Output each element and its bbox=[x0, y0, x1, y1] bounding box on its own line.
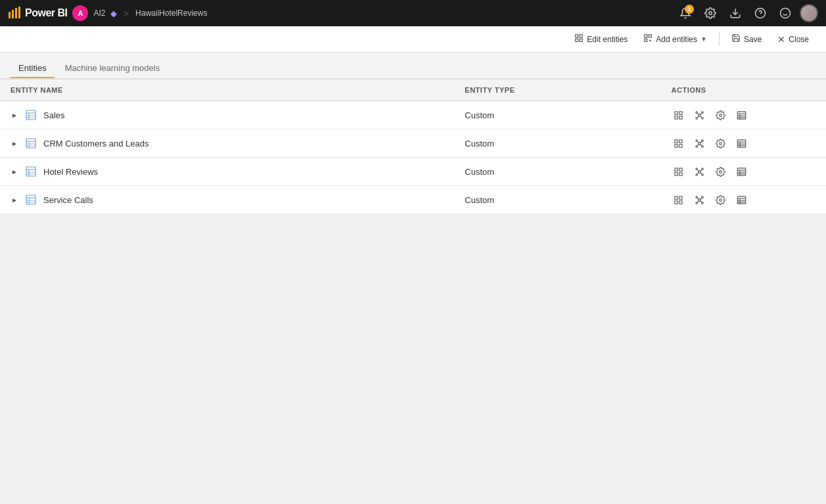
settings-button[interactable] bbox=[700, 3, 721, 24]
col-entity-type-header: ENTITY TYPE bbox=[454, 80, 660, 101]
user-avatar[interactable] bbox=[800, 4, 818, 22]
edit-entities-label: Edit entities bbox=[587, 35, 628, 44]
action-settings-icon[interactable] bbox=[714, 164, 728, 179]
svg-line-60 bbox=[697, 144, 699, 145]
entity-name: Service Calls bbox=[43, 195, 93, 205]
edit-entities-icon bbox=[574, 34, 584, 45]
svg-point-33 bbox=[702, 117, 704, 119]
save-button[interactable]: Save bbox=[725, 31, 768, 47]
svg-rect-100 bbox=[679, 200, 682, 203]
svg-point-57 bbox=[702, 145, 704, 147]
svg-line-83 bbox=[700, 170, 702, 171]
entity-type-cell-3: Custom bbox=[454, 186, 660, 214]
help-icon bbox=[754, 7, 766, 19]
svg-rect-39 bbox=[737, 111, 746, 118]
svg-point-102 bbox=[696, 196, 698, 198]
add-entities-icon bbox=[643, 34, 653, 45]
action-settings-icon[interactable] bbox=[714, 136, 728, 150]
close-label: Close bbox=[789, 35, 809, 44]
svg-rect-28 bbox=[679, 116, 682, 118]
diamond-icon: ◆ bbox=[110, 9, 117, 18]
emoji-button[interactable] bbox=[775, 3, 796, 24]
expand-arrow[interactable]: ► bbox=[11, 196, 18, 204]
svg-line-109 bbox=[700, 200, 702, 202]
action-edit-icon[interactable] bbox=[672, 108, 686, 122]
svg-rect-15 bbox=[645, 35, 647, 37]
svg-line-84 bbox=[697, 172, 699, 173]
action-settings-icon[interactable] bbox=[714, 108, 728, 122]
action-ml-icon[interactable] bbox=[693, 193, 707, 207]
svg-rect-99 bbox=[675, 200, 677, 203]
action-edit-icon[interactable] bbox=[672, 164, 686, 179]
col-entity-name-header: ENTITY NAME bbox=[0, 80, 454, 101]
svg-line-59 bbox=[700, 141, 702, 143]
svg-point-110 bbox=[720, 198, 722, 201]
svg-line-34 bbox=[697, 113, 699, 114]
entity-name: Sales bbox=[43, 110, 65, 120]
tab-ml-models[interactable]: Machine learning models bbox=[57, 58, 168, 78]
close-button[interactable]: ✕ Close bbox=[771, 32, 815, 47]
svg-rect-11 bbox=[576, 35, 578, 37]
svg-line-35 bbox=[700, 113, 702, 114]
gear-icon bbox=[704, 7, 716, 19]
action-settings-icon[interactable] bbox=[714, 193, 728, 207]
notification-button[interactable]: 1 bbox=[675, 3, 696, 24]
notification-badge: 1 bbox=[685, 5, 694, 14]
help-button[interactable] bbox=[750, 3, 771, 24]
table-row: ► Service Calls Custom bbox=[0, 186, 826, 214]
svg-rect-50 bbox=[679, 139, 682, 142]
download-icon bbox=[729, 7, 741, 19]
action-edit-icon[interactable] bbox=[672, 136, 686, 150]
svg-rect-1 bbox=[12, 10, 14, 18]
svg-point-62 bbox=[720, 142, 722, 145]
action-ml-icon[interactable] bbox=[693, 108, 707, 122]
svg-rect-0 bbox=[9, 12, 11, 18]
action-ml-icon[interactable] bbox=[693, 164, 707, 179]
expand-arrow[interactable]: ► bbox=[11, 112, 18, 119]
action-ml-icon[interactable] bbox=[693, 136, 707, 150]
svg-rect-14 bbox=[580, 39, 582, 41]
svg-rect-52 bbox=[679, 144, 682, 147]
table-row: ► CRM Customers and Leads Custom bbox=[0, 129, 826, 158]
svg-line-36 bbox=[697, 116, 699, 117]
expand-arrow[interactable]: ► bbox=[11, 168, 18, 175]
action-data-icon[interactable] bbox=[735, 164, 749, 179]
download-button[interactable] bbox=[725, 3, 746, 24]
add-entities-dropdown-icon: ▼ bbox=[700, 35, 707, 43]
svg-point-103 bbox=[702, 196, 704, 198]
edit-entities-button[interactable]: Edit entities bbox=[568, 31, 634, 47]
svg-rect-98 bbox=[679, 196, 682, 198]
entity-name: Hotel Reviews bbox=[43, 167, 98, 177]
nav-icons: 1 bbox=[675, 3, 818, 24]
entity-table-icon bbox=[25, 109, 37, 121]
entity-name-cell-3: ► Service Calls bbox=[0, 186, 454, 214]
action-data-icon[interactable] bbox=[735, 136, 749, 150]
add-entities-button[interactable]: Add entities ▼ bbox=[637, 31, 714, 47]
expand-arrow[interactable]: ► bbox=[11, 140, 18, 147]
svg-line-106 bbox=[697, 198, 699, 199]
brand: Power BI bbox=[8, 7, 67, 20]
svg-point-32 bbox=[696, 117, 698, 119]
tab-entities[interactable]: Entities bbox=[11, 58, 55, 78]
action-edit-icon[interactable] bbox=[672, 193, 686, 207]
svg-point-4 bbox=[709, 12, 712, 15]
svg-rect-92 bbox=[26, 195, 35, 204]
workspace-label: AI2 bbox=[93, 9, 105, 18]
svg-rect-2 bbox=[15, 8, 17, 18]
entity-table-icon bbox=[25, 194, 37, 206]
add-entities-label: Add entities bbox=[656, 35, 697, 44]
svg-point-56 bbox=[696, 145, 698, 147]
save-icon bbox=[731, 34, 741, 45]
svg-point-8 bbox=[781, 9, 791, 18]
smiley-icon bbox=[779, 7, 791, 19]
action-data-icon[interactable] bbox=[735, 193, 749, 207]
action-data-icon[interactable] bbox=[735, 108, 749, 122]
svg-rect-26 bbox=[679, 111, 682, 114]
svg-rect-12 bbox=[580, 35, 582, 37]
entity-table-icon bbox=[25, 166, 37, 177]
entity-actions-cell-2 bbox=[661, 158, 826, 186]
svg-point-54 bbox=[696, 139, 698, 141]
svg-point-104 bbox=[696, 202, 698, 204]
svg-rect-13 bbox=[576, 39, 578, 41]
close-icon: ✕ bbox=[777, 34, 785, 45]
